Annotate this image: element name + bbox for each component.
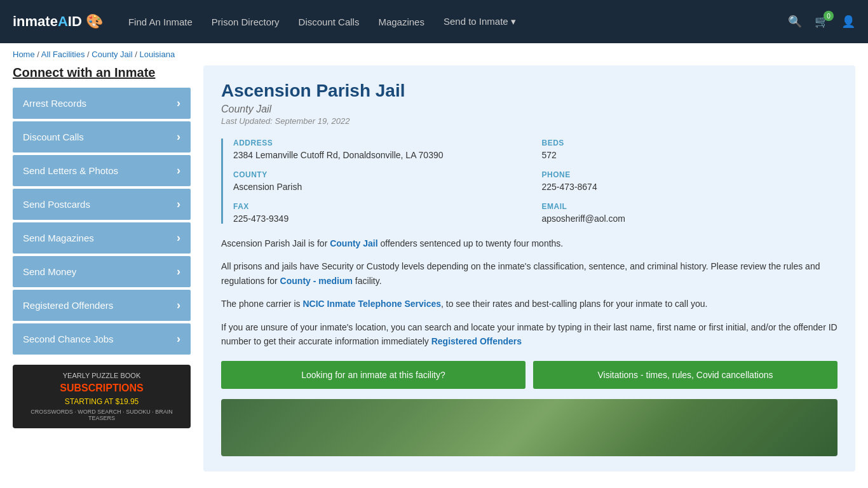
description-2: All prisons and jails have Security or C… bbox=[221, 259, 837, 288]
fax-value: 225-473-9349 bbox=[233, 214, 529, 224]
sidebar-label-registered-offenders: Registered Offenders bbox=[23, 300, 113, 311]
county-medium-link[interactable]: County - medium bbox=[280, 276, 353, 286]
ad-content: YEARLY PUZZLE BOOK SUBSCRIPTIONS STARTIN… bbox=[19, 372, 184, 421]
sidebar-label-send-money: Send Money bbox=[23, 266, 76, 277]
address-label: ADDRESS bbox=[233, 139, 529, 147]
address-value: 2384 Lemanville Cutoff Rd, Donaldsonvill… bbox=[233, 150, 529, 160]
phone-block: PHONE 225-473-8674 bbox=[542, 170, 838, 192]
breadcrumb-home[interactable]: Home bbox=[13, 50, 35, 59]
facility-info-grid: ADDRESS 2384 Lemanville Cutoff Rd, Donal… bbox=[221, 139, 837, 224]
ad-title: YEARLY PUZZLE BOOK bbox=[19, 372, 184, 379]
ncic-link[interactable]: NCIC Inmate Telephone Services bbox=[302, 299, 441, 309]
user-icon[interactable]: 👤 bbox=[841, 15, 855, 29]
beds-value: 572 bbox=[542, 150, 838, 160]
main-nav: Find An Inmate Prison Directory Discount… bbox=[128, 16, 788, 27]
arrow-icon-send-letters: › bbox=[177, 164, 180, 177]
arrow-icon-send-money: › bbox=[177, 265, 180, 278]
nav-prison-directory[interactable]: Prison Directory bbox=[212, 17, 280, 27]
facility-name: Ascension Parish Jail bbox=[221, 81, 837, 101]
breadcrumb: Home / All Facilities / County Jail / Lo… bbox=[0, 43, 868, 65]
registered-offenders-link[interactable]: Registered Offenders bbox=[431, 336, 522, 346]
sidebar-item-discount-calls[interactable]: Discount Calls › bbox=[13, 121, 191, 152]
beds-block: BEDS 572 bbox=[542, 139, 838, 160]
email-label: EMAIL bbox=[542, 202, 838, 211]
county-label: COUNTY bbox=[233, 170, 529, 179]
cart-icon[interactable]: 🛒 0 bbox=[815, 15, 829, 29]
looking-for-inmate-button[interactable]: Looking for an inmate at this facility? bbox=[221, 361, 526, 389]
facility-updated: Last Updated: September 19, 2022 bbox=[221, 116, 837, 126]
facility-detail: Ascension Parish Jail County Jail Last U… bbox=[203, 65, 855, 471]
visitations-button[interactable]: Visitations - times, rules, Covid cancel… bbox=[533, 361, 837, 389]
photo-overlay bbox=[221, 399, 837, 456]
sidebar-menu: Arrest Records › Discount Calls › Send L… bbox=[13, 88, 191, 355]
sidebar-title: Connect with an Inmate bbox=[13, 65, 191, 80]
sidebar-item-send-magazines[interactable]: Send Magazines › bbox=[13, 222, 191, 254]
description-4: If you are unsure of your inmate's locat… bbox=[221, 320, 837, 349]
description-3: The phone carrier is NCIC Inmate Telepho… bbox=[221, 297, 837, 311]
arrow-icon-discount-calls: › bbox=[177, 130, 180, 144]
facility-photo bbox=[221, 399, 837, 456]
fax-label: FAX bbox=[233, 202, 529, 211]
breadcrumb-louisiana[interactable]: Louisiana bbox=[139, 50, 175, 59]
main-layout: Connect with an Inmate Arrest Records › … bbox=[0, 65, 868, 484]
phone-label: PHONE bbox=[542, 170, 838, 179]
nav-discount-calls[interactable]: Discount Calls bbox=[299, 17, 360, 27]
county-value: Ascension Parish bbox=[233, 182, 529, 192]
email-value: apsosheriff@aol.com bbox=[542, 214, 838, 224]
arrow-icon-send-magazines: › bbox=[177, 231, 180, 245]
ad-main: SUBSCRIPTIONS bbox=[19, 382, 184, 394]
description-1: Ascension Parish Jail is for County Jail… bbox=[221, 236, 837, 250]
arrow-icon-arrest-records: › bbox=[177, 97, 180, 110]
cart-badge: 0 bbox=[824, 11, 834, 21]
advertisement[interactable]: YEARLY PUZZLE BOOK SUBSCRIPTIONS STARTIN… bbox=[13, 365, 191, 428]
sidebar-item-arrest-records[interactable]: Arrest Records › bbox=[13, 88, 191, 119]
facility-type: County Jail bbox=[221, 104, 837, 115]
sidebar: Connect with an Inmate Arrest Records › … bbox=[13, 65, 191, 471]
breadcrumb-all-facilities[interactable]: All Facilities bbox=[41, 50, 85, 59]
sidebar-item-send-postcards[interactable]: Send Postcards › bbox=[13, 189, 191, 220]
email-block: EMAIL apsosheriff@aol.com bbox=[542, 202, 838, 224]
nav-find-inmate[interactable]: Find An Inmate bbox=[128, 17, 193, 27]
sidebar-item-second-chance-jobs[interactable]: Second Chance Jobs › bbox=[13, 323, 191, 355]
action-buttons: Looking for an inmate at this facility? … bbox=[221, 361, 837, 389]
county-block: COUNTY Ascension Parish bbox=[233, 170, 529, 192]
fax-block: FAX 225-473-9349 bbox=[233, 202, 529, 224]
sidebar-item-send-letters[interactable]: Send Letters & Photos › bbox=[13, 155, 191, 186]
phone-value: 225-473-8674 bbox=[542, 182, 838, 192]
sidebar-label-send-magazines: Send Magazines bbox=[23, 233, 94, 243]
address-block: ADDRESS 2384 Lemanville Cutoff Rd, Donal… bbox=[233, 139, 529, 160]
beds-label: BEDS bbox=[542, 139, 838, 147]
sidebar-label-send-postcards: Send Postcards bbox=[23, 199, 90, 210]
county-jail-link[interactable]: County Jail bbox=[330, 238, 377, 248]
sidebar-label-second-chance-jobs: Second Chance Jobs bbox=[23, 334, 114, 344]
arrow-icon-second-chance-jobs: › bbox=[177, 332, 180, 346]
nav-send-to-inmate[interactable]: Send to Inmate ▾ bbox=[444, 16, 516, 27]
ad-desc: CROSSWORDS · WORD SEARCH · SUDOKU · BRAI… bbox=[19, 409, 184, 421]
breadcrumb-county-jail[interactable]: County Jail bbox=[92, 50, 132, 59]
sidebar-item-send-money[interactable]: Send Money › bbox=[13, 256, 191, 287]
sidebar-label-send-letters: Send Letters & Photos bbox=[23, 165, 118, 176]
sidebar-label-arrest-records: Arrest Records bbox=[23, 98, 86, 109]
sidebar-item-registered-offenders[interactable]: Registered Offenders › bbox=[13, 290, 191, 321]
site-header: inmateAID 🎨 Find An Inmate Prison Direct… bbox=[0, 0, 868, 43]
search-icon[interactable]: 🔍 bbox=[788, 15, 802, 29]
arrow-icon-registered-offenders: › bbox=[177, 299, 180, 312]
ad-sub: STARTING AT $19.95 bbox=[19, 397, 184, 406]
arrow-icon-send-postcards: › bbox=[177, 198, 180, 211]
logo: inmateAID 🎨 bbox=[13, 13, 103, 30]
logo-area[interactable]: inmateAID 🎨 bbox=[13, 13, 103, 30]
sidebar-label-discount-calls: Discount Calls bbox=[23, 132, 84, 142]
nav-magazines[interactable]: Magazines bbox=[378, 17, 424, 27]
header-actions: 🔍 🛒 0 👤 bbox=[788, 15, 855, 29]
